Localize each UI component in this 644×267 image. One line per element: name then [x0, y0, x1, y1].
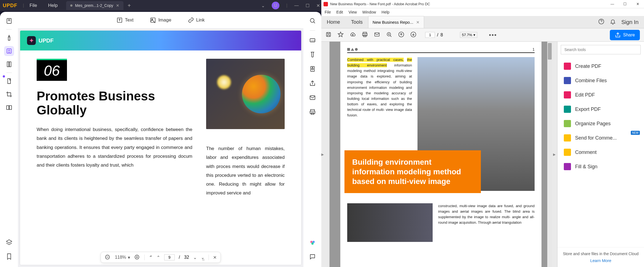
page-banner: ✦ UPDF	[20, 31, 301, 50]
minimize-button[interactable]: —	[294, 3, 299, 8]
close-nav-icon[interactable]: ✕	[213, 255, 217, 260]
menu-edit[interactable]: Edit	[336, 10, 343, 14]
updf-content: Text Image Link ✦ UPDF 06 Promotes Busin…	[18, 12, 303, 267]
last-page-icon[interactable]: ⌄̲	[201, 255, 204, 260]
compare-tool-icon[interactable]	[4, 103, 14, 113]
tool-create-pdf[interactable]: Create PDF	[562, 59, 640, 73]
scrollbar[interactable]	[547, 42, 552, 267]
save-icon[interactable]	[325, 31, 332, 39]
doctab-close-icon[interactable]: ✕	[416, 20, 420, 25]
maximize-button[interactable]: ☐	[619, 0, 631, 8]
tool-combine-files[interactable]: Combine Files	[562, 73, 640, 88]
minimize-button[interactable]: —	[606, 0, 619, 8]
tab-home[interactable]: Home	[321, 16, 346, 28]
updf-page-view[interactable]: ✦ UPDF 06 Promotes Business Globally Whe…	[20, 31, 301, 265]
share-button[interactable]: Share	[610, 30, 640, 40]
learn-more-link[interactable]: Learn More	[562, 258, 640, 263]
ocr-icon[interactable]: OCR	[308, 36, 317, 45]
updf-body: Text Image Link ✦ UPDF 06 Promotes Busin…	[0, 12, 321, 267]
new-badge: NEW	[631, 131, 640, 135]
highlighted-text-1[interactable]: Combined with practical cases,	[347, 58, 404, 62]
zoom-level[interactable]: 118% ▾	[115, 255, 130, 260]
menu-help[interactable]: Help	[382, 10, 390, 14]
tool-fill-sign[interactable]: Fill & Sign	[562, 159, 640, 174]
close-button[interactable]: ✕	[316, 3, 320, 8]
article-title-box: Building environment information modelin…	[344, 150, 481, 193]
cloud-icon[interactable]	[350, 31, 356, 39]
search-tools-input[interactable]	[561, 45, 641, 54]
ai-icon[interactable]	[308, 238, 317, 247]
tool-organize-pages[interactable]: Organize Pages	[562, 116, 640, 131]
image-button[interactable]: Image	[150, 17, 171, 23]
edit-tool-icon[interactable]	[4, 46, 14, 56]
tab-close-icon[interactable]: ✕	[116, 3, 119, 8]
tool-comment[interactable]: Comment	[562, 145, 640, 159]
crop-tool-icon[interactable]	[4, 89, 14, 99]
acrobat-app: New Business Reports - New Font.pdf - Ad…	[321, 0, 644, 267]
acrobat-page-area[interactable]: 1 Combined with practical cases, the bui…	[330, 42, 552, 267]
email-icon[interactable]	[308, 93, 317, 102]
share-icon[interactable]	[308, 79, 317, 88]
menu-help[interactable]: Help	[48, 3, 58, 8]
download-page-icon[interactable]	[410, 31, 416, 39]
article-paragraph-2: constructed, multi-view image data are f…	[438, 203, 535, 242]
page-header: 1	[347, 47, 535, 53]
menu-file[interactable]: File	[325, 10, 331, 14]
tool-edit-pdf[interactable]: Edit PDF	[562, 88, 640, 102]
watermark-icon[interactable]	[308, 50, 317, 59]
signin-button[interactable]: Sign In	[621, 19, 638, 25]
svg-point-22	[311, 242, 314, 245]
svg-rect-1	[7, 49, 11, 53]
expand-left-icon[interactable]: ▶	[321, 153, 324, 156]
article-image-1: Building environment information modelin…	[417, 57, 535, 191]
zoom-in-icon[interactable]	[134, 254, 140, 260]
print-icon[interactable]	[308, 107, 317, 117]
link-button[interactable]: Link	[188, 17, 205, 23]
menu-view[interactable]: View	[349, 10, 357, 14]
form-tool-icon[interactable]	[4, 76, 14, 86]
tools-list: Create PDF Combine Files Edit PDF Export…	[557, 58, 644, 247]
close-button[interactable]: ✕	[631, 0, 644, 8]
zoom-dropdown[interactable]: 57.7%▾	[460, 32, 477, 38]
page-tool-icon[interactable]	[4, 59, 14, 69]
export-pdf-icon	[564, 106, 571, 113]
document-tab[interactable]: Mes_prem...1-2_Copy ✕	[66, 1, 124, 10]
new-tab-button[interactable]: +	[123, 2, 135, 9]
email-icon[interactable]	[374, 31, 380, 39]
annotate-tool-icon[interactable]	[4, 33, 14, 43]
tool-send-for-comments[interactable]: Send for Comme...NEW	[562, 131, 640, 145]
first-page-icon[interactable]: ⌃̄	[149, 255, 152, 260]
tool-export-pdf[interactable]: Export PDF	[562, 102, 640, 116]
acrobat-body: ▶ 1 Combined with practical cases, the b…	[321, 42, 644, 267]
doctab-title: New Business Repo...	[373, 20, 413, 25]
zoom-out-icon[interactable]	[105, 254, 111, 260]
user-avatar[interactable]: U	[272, 2, 279, 9]
tab-tools[interactable]: Tools	[346, 16, 368, 28]
page-input[interactable]	[164, 254, 175, 260]
page-total: 32	[184, 255, 189, 260]
search-icon[interactable]	[308, 16, 317, 25]
bell-icon[interactable]	[610, 18, 616, 26]
star-icon[interactable]	[338, 31, 344, 39]
protect-icon[interactable]	[308, 64, 317, 74]
chat-icon[interactable]	[308, 252, 317, 261]
layers-icon[interactable]	[4, 237, 14, 247]
maximize-button[interactable]: ☐	[306, 3, 309, 8]
text-button[interactable]: Text	[117, 17, 133, 23]
dropdown-icon[interactable]: ⌄	[261, 3, 265, 8]
combine-files-icon	[564, 77, 571, 84]
bookmark-icon[interactable]	[4, 252, 14, 261]
menu-window[interactable]: Window	[362, 10, 376, 14]
next-page-icon[interactable]: ⌄	[193, 255, 197, 260]
prev-page-icon[interactable]: ⌃	[157, 255, 160, 260]
help-icon[interactable]	[598, 18, 604, 26]
reader-tool-icon[interactable]	[4, 16, 14, 26]
print-icon[interactable]	[362, 31, 368, 39]
menu-file[interactable]: File	[29, 3, 37, 8]
document-tab[interactable]: New Business Repo... ✕	[368, 16, 424, 28]
upload-page-icon[interactable]	[398, 31, 404, 39]
zoom-icon[interactable]	[386, 31, 392, 39]
more-icon[interactable]: •••	[489, 31, 497, 39]
page-input[interactable]	[425, 32, 435, 38]
collapse-right-icon[interactable]: ▶	[553, 153, 556, 156]
